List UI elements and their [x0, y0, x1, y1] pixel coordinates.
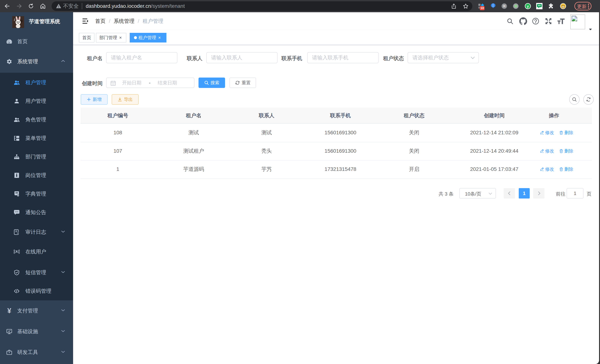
- svg-text:y: y: [527, 4, 529, 8]
- svg-text:⌘: ⌘: [503, 4, 506, 8]
